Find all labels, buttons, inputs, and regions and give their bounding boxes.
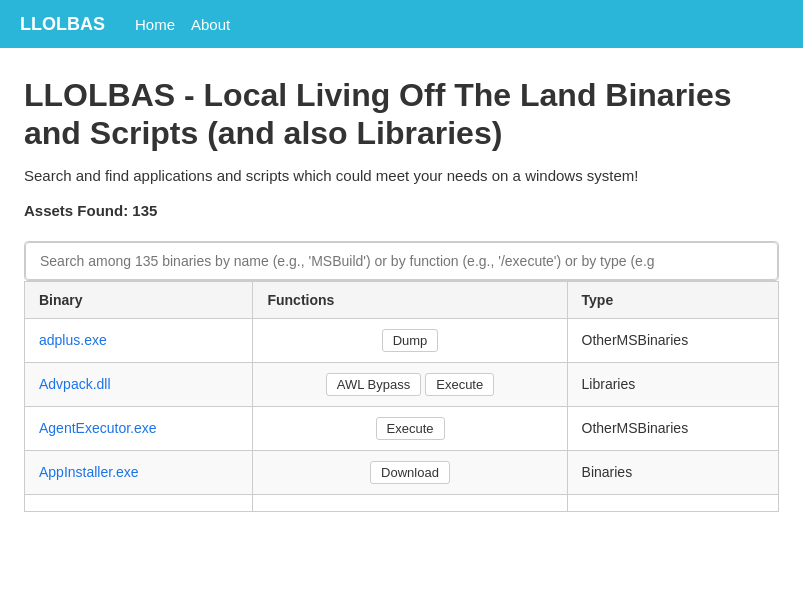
table-cell-functions: Execute xyxy=(253,406,567,450)
table-cell-functions: Download xyxy=(253,450,567,494)
table-cell-binary: adplus.exe xyxy=(25,318,253,362)
nav-link-home[interactable]: Home xyxy=(135,16,175,33)
table-row: AppInstaller.exeDownloadBinaries xyxy=(25,450,779,494)
function-button[interactable]: AWL Bypass xyxy=(326,373,421,396)
table-cell-binary: AppInstaller.exe xyxy=(25,450,253,494)
col-binary: Binary xyxy=(25,281,253,318)
search-wrapper xyxy=(24,241,779,281)
function-button[interactable]: Execute xyxy=(425,373,494,396)
search-input[interactable] xyxy=(25,242,778,280)
table-row: adplus.exeDumpOtherMSBinaries xyxy=(25,318,779,362)
binary-link[interactable]: adplus.exe xyxy=(39,332,107,348)
binary-link[interactable]: Advpack.dll xyxy=(39,376,111,392)
function-button[interactable]: Dump xyxy=(382,329,439,352)
table-row: Advpack.dllAWL BypassExecuteLibraries xyxy=(25,362,779,406)
table-cell-binary: AgentExecutor.exe xyxy=(25,406,253,450)
table-cell-type: OtherMSBinaries xyxy=(567,406,778,450)
function-button[interactable]: Download xyxy=(370,461,450,484)
navbar-links: Home About xyxy=(135,16,230,33)
table-header-row: Binary Functions Type xyxy=(25,281,779,318)
col-functions: Functions xyxy=(253,281,567,318)
table-cell-functions: Dump xyxy=(253,318,567,362)
table-cell-type: Binaries xyxy=(567,450,778,494)
main-content: LLOLBAS - Local Living Off The Land Bina… xyxy=(0,48,803,536)
table-cell-type: OtherMSBinaries xyxy=(567,318,778,362)
table-row: AgentExecutor.exeExecuteOtherMSBinaries xyxy=(25,406,779,450)
page-title: LLOLBAS - Local Living Off The Land Bina… xyxy=(24,76,779,153)
navbar: LLOLBAS Home About xyxy=(0,0,803,48)
binary-link[interactable]: AgentExecutor.exe xyxy=(39,420,157,436)
table-cell-type xyxy=(567,494,778,511)
assets-found: Assets Found: 135 xyxy=(24,202,779,219)
function-button[interactable]: Execute xyxy=(376,417,445,440)
table-cell-functions xyxy=(253,494,567,511)
data-table: Binary Functions Type adplus.exeDumpOthe… xyxy=(24,281,779,512)
table-row xyxy=(25,494,779,511)
navbar-brand[interactable]: LLOLBAS xyxy=(20,14,105,35)
table-cell-type: Libraries xyxy=(567,362,778,406)
binary-link[interactable]: AppInstaller.exe xyxy=(39,464,139,480)
nav-link-about[interactable]: About xyxy=(191,16,230,33)
page-subtitle: Search and find applications and scripts… xyxy=(24,167,779,184)
table-cell-binary: Advpack.dll xyxy=(25,362,253,406)
table-cell-functions: AWL BypassExecute xyxy=(253,362,567,406)
col-type: Type xyxy=(567,281,778,318)
table-cell-binary xyxy=(25,494,253,511)
